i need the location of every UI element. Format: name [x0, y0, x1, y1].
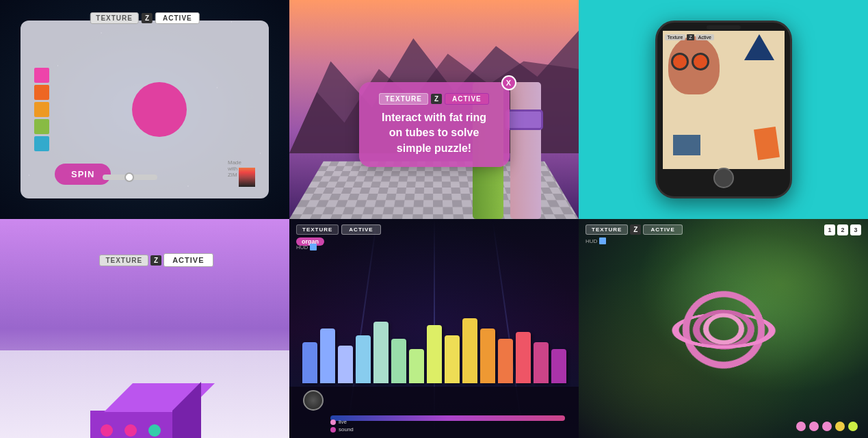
phone-camera [707, 25, 741, 29]
cube-active-tag: AcTIVE [163, 253, 213, 267]
screen-texture-tag: Texture [665, 34, 686, 40]
color-stack [34, 68, 49, 151]
panel-header: Texture Z Active [90, 12, 199, 24]
phone-home-button[interactable] [713, 168, 734, 188]
bar-5 [391, 339, 406, 383]
ui-panel: Texture Z Active Made with ZIM SPIN [21, 21, 269, 198]
art-triangle [744, 34, 774, 60]
bar-2 [338, 346, 353, 383]
legend-live-label: live [339, 419, 347, 425]
dot-3 [148, 424, 161, 437]
color-dots-row [796, 422, 858, 431]
page-num-3[interactable]: 3 [850, 224, 861, 235]
texture-tag: Texture [90, 12, 139, 24]
popup-active-tag: AcTIVE [445, 93, 489, 105]
page-num-2[interactable]: 2 [837, 224, 848, 235]
cube-z-tag: Z [150, 255, 161, 266]
cell-rings: Texture Z Active HUD 1 2 3 [579, 219, 868, 438]
bar-9 [462, 318, 477, 383]
bar-10 [480, 328, 495, 383]
slider-thumb[interactable] [124, 172, 134, 182]
pink-circle [132, 82, 187, 137]
tube-right [510, 82, 541, 219]
knob[interactable] [303, 390, 324, 411]
cell6-active-tag: Active [643, 224, 682, 235]
screen-tags: Texture Z Active [665, 34, 714, 40]
legend-sound-label: sound [339, 426, 354, 433]
z-tag: Z [142, 13, 153, 23]
popup-z-tag: Z [431, 94, 442, 104]
bar-12 [516, 332, 531, 383]
legend-live: live [330, 419, 354, 425]
bar-11 [498, 339, 513, 383]
hud-label: HUD [296, 244, 317, 250]
cdot-5 [848, 422, 858, 431]
cdot-2 [809, 422, 819, 431]
art-lens-left [671, 53, 689, 70]
cell-cube: Texture Z AcTIVE [0, 219, 289, 438]
cell6-texture-tag: Texture [586, 224, 628, 235]
cdot-4 [835, 422, 845, 431]
cell-space-ui: Texture Z Active Made with ZIM SPIN [0, 0, 289, 219]
cell5-texture-tag: Texture [296, 224, 339, 235]
dot-1 [101, 424, 113, 437]
art-glasses [671, 53, 709, 70]
cube-tag: Texture Z AcTIVE [99, 253, 213, 267]
popup-texture-tag: Texture [379, 93, 428, 105]
bar-13 [534, 342, 549, 383]
color-block-blue [34, 136, 49, 151]
cell5-header: Texture Active [296, 224, 381, 235]
slider2[interactable] [330, 415, 565, 421]
bar-3 [356, 335, 371, 383]
color-block-yellow [34, 102, 49, 117]
art-shape [673, 135, 700, 155]
cell6-hud-check[interactable] [599, 237, 606, 244]
cell6-z-tag: Z [630, 224, 641, 235]
bar-0 [302, 342, 317, 383]
cell-music: Texture Active organ HUD live sound [289, 219, 579, 438]
cdot-3 [822, 422, 832, 431]
bar-4 [373, 322, 389, 383]
phone-screen: Texture Z Active [663, 31, 785, 169]
cell6-hud-text: HUD [586, 238, 597, 244]
cell6-header: Texture Z Active HUD [586, 224, 683, 244]
cell-fantasy: Texture Z AcTIVE X Interact with fat rin… [289, 0, 579, 219]
spin-button[interactable]: SPIN [55, 164, 111, 185]
bar-6 [409, 349, 424, 383]
bar-1 [320, 328, 335, 383]
cell6-tags: Texture Z Active [586, 224, 683, 235]
slider-track[interactable] [103, 175, 157, 180]
legend-sound: sound [330, 426, 354, 433]
cell5-active-tag: Active [341, 224, 380, 235]
screen-active-tag: Active [696, 34, 714, 40]
popup-header: Texture Z AcTIVE [376, 93, 493, 105]
rings-3d [662, 267, 785, 390]
bars-container [302, 318, 566, 383]
legend-dot-live [330, 420, 336, 425]
cdot-1 [796, 422, 806, 431]
phone-artwork [663, 31, 785, 169]
legend-dot-sound [330, 427, 336, 433]
bar-14 [551, 349, 566, 383]
screen-z-tag: Z [687, 34, 694, 40]
active-tag: Active [155, 12, 200, 24]
bar-7 [427, 325, 442, 383]
legend: live sound [330, 419, 354, 433]
cube-front-face [90, 411, 172, 438]
cell-phone-mockup: Texture Z Active [579, 0, 868, 219]
bar-8 [445, 335, 460, 383]
dot-2 [124, 424, 137, 437]
zim-logo-text: Made with ZIM [228, 159, 241, 178]
cell6-hud: HUD [586, 237, 683, 244]
popup-message: Interact with fat ring on tubes to solve… [376, 110, 493, 156]
phone: Texture Z Active [655, 21, 792, 198]
popup-close-button[interactable]: X [501, 75, 516, 90]
cell6-page-nums: 1 2 3 [824, 224, 861, 235]
color-block-green [34, 119, 49, 134]
zim-logo-area: Made with ZIM [239, 168, 255, 188]
ring-on-tube [505, 110, 543, 130]
rings-group [669, 274, 778, 383]
art-lens-right [692, 53, 709, 70]
hud-checkbox[interactable] [310, 244, 317, 250]
page-num-1[interactable]: 1 [824, 224, 835, 235]
